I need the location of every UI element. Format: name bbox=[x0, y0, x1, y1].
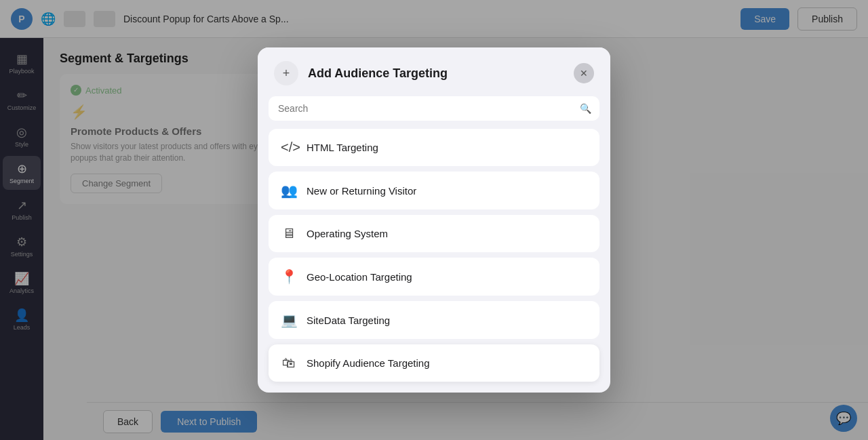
modal-add-icon: + bbox=[274, 61, 298, 85]
targeting-item-shopify[interactable]: 🛍 Shopify Audience Targeting bbox=[269, 344, 599, 382]
targeting-item-visitor[interactable]: 👥 New or Returning Visitor bbox=[269, 172, 599, 209]
os-targeting-label: Operating System bbox=[307, 228, 388, 239]
search-icon: 🔍 bbox=[580, 103, 591, 114]
shopify-targeting-label: Shopify Audience Targeting bbox=[307, 357, 430, 369]
html-targeting-icon: </> bbox=[281, 140, 297, 155]
sitedata-targeting-label: SiteData Targeting bbox=[307, 315, 390, 326]
html-targeting-label: HTML Targeting bbox=[307, 142, 378, 153]
modal-item-list: </> HTML Targeting 👥 New or Returning Vi… bbox=[258, 129, 610, 393]
os-targeting-icon: 🖥 bbox=[281, 226, 297, 241]
sitedata-targeting-icon: 💻 bbox=[281, 312, 297, 328]
modal-title: Add Audience Targeting bbox=[308, 66, 564, 81]
geo-targeting-label: Geo-Location Targeting bbox=[307, 271, 412, 283]
targeting-item-sitedata[interactable]: 💻 SiteData Targeting bbox=[269, 301, 599, 339]
modal-overlay: + Add Audience Targeting ✕ 🔍 </> HTML Ta… bbox=[0, 0, 868, 440]
visitor-targeting-label: New or Returning Visitor bbox=[307, 185, 416, 197]
geo-targeting-icon: 📍 bbox=[281, 268, 297, 285]
targeting-item-os[interactable]: 🖥 Operating System bbox=[269, 215, 599, 252]
modal-search-container: 🔍 bbox=[269, 96, 599, 121]
add-audience-targeting-modal: + Add Audience Targeting ✕ 🔍 </> HTML Ta… bbox=[258, 47, 610, 393]
targeting-item-geo[interactable]: 📍 Geo-Location Targeting bbox=[269, 258, 599, 296]
search-input[interactable] bbox=[269, 96, 599, 121]
modal-close-button[interactable]: ✕ bbox=[574, 63, 594, 83]
visitor-targeting-icon: 👥 bbox=[281, 182, 297, 199]
modal-header: + Add Audience Targeting ✕ bbox=[258, 47, 610, 96]
shopify-targeting-icon: 🛍 bbox=[281, 355, 297, 371]
targeting-item-html[interactable]: </> HTML Targeting bbox=[269, 129, 599, 166]
